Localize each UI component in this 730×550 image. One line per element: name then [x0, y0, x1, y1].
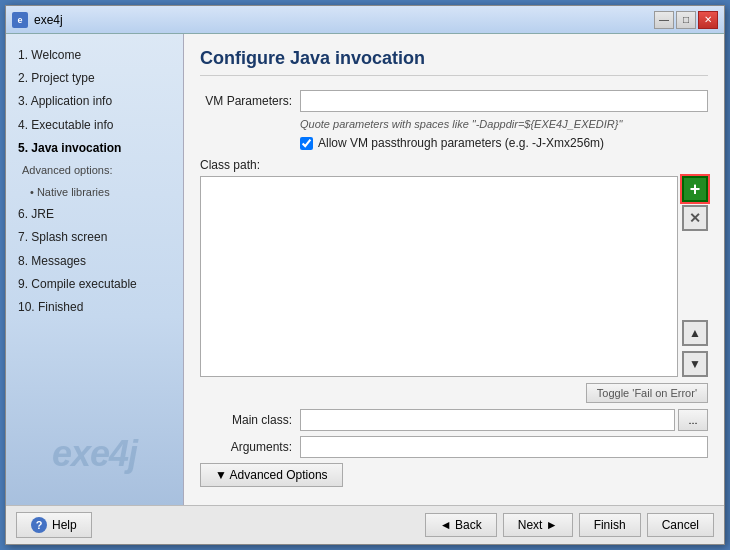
main-class-browse-button[interactable]: ...	[678, 409, 708, 431]
maximize-button[interactable]: □	[676, 11, 696, 29]
classpath-buttons: + ✕ ▲ ▼	[682, 176, 708, 377]
close-button[interactable]: ✕	[698, 11, 718, 29]
classpath-label: Class path:	[200, 158, 708, 172]
main-class-row: Main class: ...	[200, 409, 708, 431]
bottom-bar: ? Help ◄ Back Next ► Finish Cancel	[6, 505, 724, 544]
classpath-down-button[interactable]: ▼	[682, 351, 708, 377]
arguments-label: Arguments:	[200, 440, 300, 454]
sidebar-item-executable-info[interactable]: 4. Executable info	[6, 114, 183, 137]
sidebar-item-finished[interactable]: 10. Finished	[6, 296, 183, 319]
title-controls: — □ ✕	[654, 11, 718, 29]
classpath-add-button[interactable]: +	[682, 176, 708, 202]
sidebar-item-native-libraries[interactable]: • Native libraries	[6, 182, 183, 204]
window-title: exe4j	[34, 13, 63, 27]
arguments-row: Arguments:	[200, 436, 708, 458]
main-class-input[interactable]	[300, 409, 675, 431]
help-icon: ?	[31, 517, 47, 533]
help-button[interactable]: ? Help	[16, 512, 92, 538]
sidebar-item-splash-screen[interactable]: 7. Splash screen	[6, 226, 183, 249]
advanced-options-button[interactable]: ▼ Advanced Options	[200, 463, 343, 487]
vm-parameters-row: VM Parameters:	[200, 90, 708, 112]
arguments-input[interactable]	[300, 436, 708, 458]
main-class-label: Main class:	[200, 413, 300, 427]
title-bar: e exe4j — □ ✕	[6, 6, 724, 34]
passthrough-label: Allow VM passthrough parameters (e.g. -J…	[318, 136, 604, 150]
classpath-list[interactable]	[200, 176, 678, 377]
sidebar-item-welcome[interactable]: 1. Welcome	[6, 44, 183, 67]
sidebar-item-jre[interactable]: 6. JRE	[6, 203, 183, 226]
main-window: e exe4j — □ ✕ 1. Welcome 2. Project type…	[5, 5, 725, 545]
passthrough-checkbox[interactable]	[300, 137, 313, 150]
sidebar-item-application-info[interactable]: 3. Application info	[6, 90, 183, 113]
classpath-area: + ✕ ▲ ▼	[200, 176, 708, 377]
vm-hint: Quote parameters with spaces like "-Dapp…	[300, 118, 708, 130]
sidebar-item-compile-executable[interactable]: 9. Compile executable	[6, 273, 183, 296]
toggle-fail-on-error-button[interactable]: Toggle 'Fail on Error'	[586, 383, 708, 403]
vm-parameters-input[interactable]	[300, 90, 708, 112]
content-area: 1. Welcome 2. Project type 3. Applicatio…	[6, 34, 724, 505]
sidebar-item-java-invocation[interactable]: 5. Java invocation	[6, 137, 183, 160]
sidebar-item-advanced-options-label: Advanced options:	[6, 160, 183, 182]
advanced-options-row: ▼ Advanced Options	[200, 463, 708, 487]
cancel-button[interactable]: Cancel	[647, 513, 714, 537]
classpath-up-button[interactable]: ▲	[682, 320, 708, 346]
help-label: Help	[52, 518, 77, 532]
page-title: Configure Java invocation	[200, 48, 708, 76]
title-bar-left: e exe4j	[12, 12, 63, 28]
classpath-remove-button[interactable]: ✕	[682, 205, 708, 231]
main-panel: Configure Java invocation VM Parameters:…	[184, 34, 724, 505]
back-button[interactable]: ◄ Back	[425, 513, 497, 537]
toggle-row: Toggle 'Fail on Error'	[200, 383, 708, 403]
app-icon: e	[12, 12, 28, 28]
vm-parameters-label: VM Parameters:	[200, 94, 300, 108]
minimize-button[interactable]: —	[654, 11, 674, 29]
sidebar: 1. Welcome 2. Project type 3. Applicatio…	[6, 34, 184, 505]
next-button[interactable]: Next ►	[503, 513, 573, 537]
finish-button[interactable]: Finish	[579, 513, 641, 537]
sidebar-item-project-type[interactable]: 2. Project type	[6, 67, 183, 90]
passthrough-checkbox-row: Allow VM passthrough parameters (e.g. -J…	[300, 136, 708, 150]
sidebar-watermark: exe4j	[52, 433, 137, 475]
sidebar-item-messages[interactable]: 8. Messages	[6, 250, 183, 273]
